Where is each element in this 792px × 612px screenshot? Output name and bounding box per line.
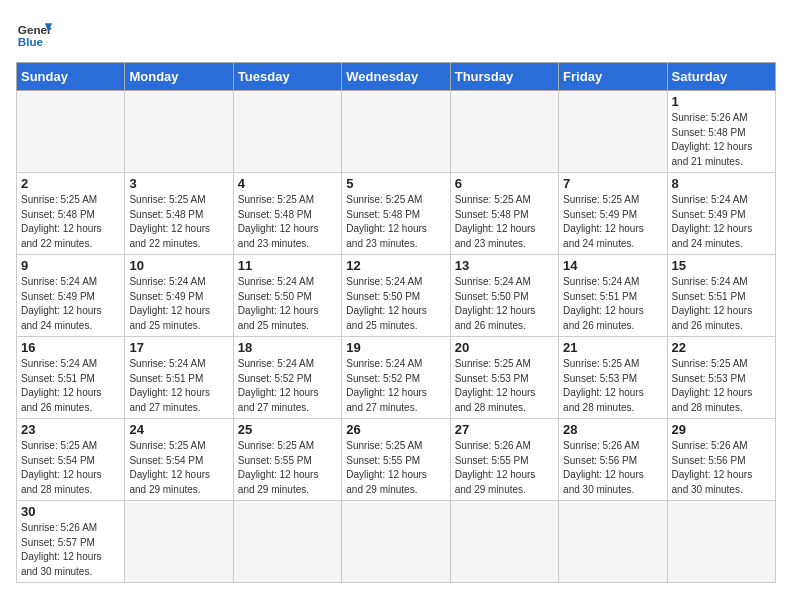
cell-day-number: 4 [238, 176, 337, 191]
calendar-cell: 5Sunrise: 5:25 AM Sunset: 5:48 PM Daylig… [342, 173, 450, 255]
cell-day-number: 2 [21, 176, 120, 191]
cell-day-number: 23 [21, 422, 120, 437]
cell-day-number: 3 [129, 176, 228, 191]
calendar-cell [450, 91, 558, 173]
cell-day-number: 13 [455, 258, 554, 273]
logo: General Blue [16, 16, 52, 52]
cell-day-number: 19 [346, 340, 445, 355]
cell-day-number: 6 [455, 176, 554, 191]
cell-day-info: Sunrise: 5:24 AM Sunset: 5:51 PM Dayligh… [21, 357, 120, 415]
calendar-cell [125, 91, 233, 173]
weekday-header-row: SundayMondayTuesdayWednesdayThursdayFrid… [17, 63, 776, 91]
header: General Blue [16, 16, 776, 52]
cell-day-number: 26 [346, 422, 445, 437]
calendar-cell: 19Sunrise: 5:24 AM Sunset: 5:52 PM Dayli… [342, 337, 450, 419]
calendar: SundayMondayTuesdayWednesdayThursdayFrid… [16, 62, 776, 583]
calendar-cell: 11Sunrise: 5:24 AM Sunset: 5:50 PM Dayli… [233, 255, 341, 337]
calendar-cell [125, 501, 233, 583]
calendar-cell [233, 501, 341, 583]
cell-day-info: Sunrise: 5:25 AM Sunset: 5:48 PM Dayligh… [346, 193, 445, 251]
weekday-header-cell: Monday [125, 63, 233, 91]
calendar-cell: 2Sunrise: 5:25 AM Sunset: 5:48 PM Daylig… [17, 173, 125, 255]
cell-day-info: Sunrise: 5:25 AM Sunset: 5:55 PM Dayligh… [238, 439, 337, 497]
cell-day-info: Sunrise: 5:24 AM Sunset: 5:51 PM Dayligh… [129, 357, 228, 415]
cell-day-info: Sunrise: 5:24 AM Sunset: 5:49 PM Dayligh… [21, 275, 120, 333]
cell-day-number: 29 [672, 422, 771, 437]
calendar-cell: 23Sunrise: 5:25 AM Sunset: 5:54 PM Dayli… [17, 419, 125, 501]
calendar-cell [667, 501, 775, 583]
calendar-cell [559, 91, 667, 173]
calendar-cell: 6Sunrise: 5:25 AM Sunset: 5:48 PM Daylig… [450, 173, 558, 255]
svg-text:Blue: Blue [18, 35, 44, 48]
calendar-cell: 15Sunrise: 5:24 AM Sunset: 5:51 PM Dayli… [667, 255, 775, 337]
calendar-cell: 3Sunrise: 5:25 AM Sunset: 5:48 PM Daylig… [125, 173, 233, 255]
cell-day-info: Sunrise: 5:25 AM Sunset: 5:54 PM Dayligh… [129, 439, 228, 497]
cell-day-info: Sunrise: 5:26 AM Sunset: 5:57 PM Dayligh… [21, 521, 120, 579]
calendar-cell: 9Sunrise: 5:24 AM Sunset: 5:49 PM Daylig… [17, 255, 125, 337]
calendar-cell: 1Sunrise: 5:26 AM Sunset: 5:48 PM Daylig… [667, 91, 775, 173]
cell-day-number: 24 [129, 422, 228, 437]
calendar-cell [342, 501, 450, 583]
calendar-cell: 4Sunrise: 5:25 AM Sunset: 5:48 PM Daylig… [233, 173, 341, 255]
cell-day-number: 1 [672, 94, 771, 109]
calendar-week-row: 23Sunrise: 5:25 AM Sunset: 5:54 PM Dayli… [17, 419, 776, 501]
cell-day-info: Sunrise: 5:24 AM Sunset: 5:52 PM Dayligh… [346, 357, 445, 415]
calendar-cell: 16Sunrise: 5:24 AM Sunset: 5:51 PM Dayli… [17, 337, 125, 419]
cell-day-info: Sunrise: 5:25 AM Sunset: 5:48 PM Dayligh… [238, 193, 337, 251]
cell-day-info: Sunrise: 5:25 AM Sunset: 5:48 PM Dayligh… [455, 193, 554, 251]
calendar-cell: 29Sunrise: 5:26 AM Sunset: 5:56 PM Dayli… [667, 419, 775, 501]
cell-day-number: 22 [672, 340, 771, 355]
weekday-header-cell: Thursday [450, 63, 558, 91]
weekday-header-cell: Sunday [17, 63, 125, 91]
cell-day-info: Sunrise: 5:24 AM Sunset: 5:50 PM Dayligh… [346, 275, 445, 333]
calendar-cell [559, 501, 667, 583]
cell-day-number: 27 [455, 422, 554, 437]
logo-icon: General Blue [16, 16, 52, 52]
cell-day-number: 21 [563, 340, 662, 355]
calendar-body: 1Sunrise: 5:26 AM Sunset: 5:48 PM Daylig… [17, 91, 776, 583]
weekday-header-cell: Friday [559, 63, 667, 91]
calendar-cell: 13Sunrise: 5:24 AM Sunset: 5:50 PM Dayli… [450, 255, 558, 337]
calendar-cell [17, 91, 125, 173]
calendar-week-row: 1Sunrise: 5:26 AM Sunset: 5:48 PM Daylig… [17, 91, 776, 173]
calendar-cell: 26Sunrise: 5:25 AM Sunset: 5:55 PM Dayli… [342, 419, 450, 501]
cell-day-number: 7 [563, 176, 662, 191]
cell-day-info: Sunrise: 5:26 AM Sunset: 5:55 PM Dayligh… [455, 439, 554, 497]
cell-day-number: 16 [21, 340, 120, 355]
calendar-cell: 18Sunrise: 5:24 AM Sunset: 5:52 PM Dayli… [233, 337, 341, 419]
weekday-header-cell: Wednesday [342, 63, 450, 91]
calendar-cell: 17Sunrise: 5:24 AM Sunset: 5:51 PM Dayli… [125, 337, 233, 419]
calendar-cell [342, 91, 450, 173]
calendar-cell: 22Sunrise: 5:25 AM Sunset: 5:53 PM Dayli… [667, 337, 775, 419]
cell-day-info: Sunrise: 5:24 AM Sunset: 5:49 PM Dayligh… [129, 275, 228, 333]
cell-day-number: 9 [21, 258, 120, 273]
cell-day-info: Sunrise: 5:24 AM Sunset: 5:49 PM Dayligh… [672, 193, 771, 251]
calendar-cell: 25Sunrise: 5:25 AM Sunset: 5:55 PM Dayli… [233, 419, 341, 501]
cell-day-info: Sunrise: 5:26 AM Sunset: 5:56 PM Dayligh… [672, 439, 771, 497]
cell-day-info: Sunrise: 5:25 AM Sunset: 5:54 PM Dayligh… [21, 439, 120, 497]
cell-day-info: Sunrise: 5:24 AM Sunset: 5:51 PM Dayligh… [563, 275, 662, 333]
cell-day-info: Sunrise: 5:25 AM Sunset: 5:53 PM Dayligh… [672, 357, 771, 415]
calendar-week-row: 16Sunrise: 5:24 AM Sunset: 5:51 PM Dayli… [17, 337, 776, 419]
cell-day-number: 12 [346, 258, 445, 273]
cell-day-info: Sunrise: 5:25 AM Sunset: 5:55 PM Dayligh… [346, 439, 445, 497]
calendar-cell: 21Sunrise: 5:25 AM Sunset: 5:53 PM Dayli… [559, 337, 667, 419]
cell-day-number: 25 [238, 422, 337, 437]
calendar-week-row: 9Sunrise: 5:24 AM Sunset: 5:49 PM Daylig… [17, 255, 776, 337]
cell-day-number: 10 [129, 258, 228, 273]
calendar-cell: 28Sunrise: 5:26 AM Sunset: 5:56 PM Dayli… [559, 419, 667, 501]
cell-day-info: Sunrise: 5:24 AM Sunset: 5:51 PM Dayligh… [672, 275, 771, 333]
cell-day-number: 14 [563, 258, 662, 273]
cell-day-number: 18 [238, 340, 337, 355]
calendar-cell: 14Sunrise: 5:24 AM Sunset: 5:51 PM Dayli… [559, 255, 667, 337]
weekday-header-cell: Saturday [667, 63, 775, 91]
cell-day-number: 30 [21, 504, 120, 519]
calendar-cell [450, 501, 558, 583]
calendar-cell: 10Sunrise: 5:24 AM Sunset: 5:49 PM Dayli… [125, 255, 233, 337]
cell-day-number: 17 [129, 340, 228, 355]
cell-day-number: 5 [346, 176, 445, 191]
cell-day-info: Sunrise: 5:24 AM Sunset: 5:52 PM Dayligh… [238, 357, 337, 415]
cell-day-info: Sunrise: 5:24 AM Sunset: 5:50 PM Dayligh… [455, 275, 554, 333]
calendar-cell [233, 91, 341, 173]
calendar-week-row: 2Sunrise: 5:25 AM Sunset: 5:48 PM Daylig… [17, 173, 776, 255]
